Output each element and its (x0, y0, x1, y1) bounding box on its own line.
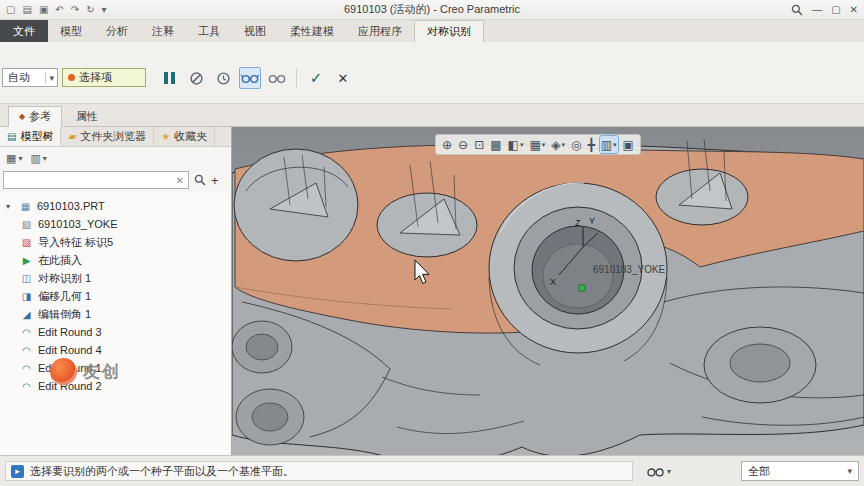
pause-button[interactable] (158, 67, 180, 89)
zoom-out-button[interactable]: ⊖ (457, 136, 469, 153)
find-button[interactable]: ▾ (647, 466, 671, 477)
ribbon-tab-6[interactable]: 柔性建模 (278, 20, 346, 42)
tree-search-input[interactable] (8, 174, 176, 186)
clear-search-icon[interactable]: ✕ (176, 175, 184, 186)
ribbon-tab-5[interactable]: 视图 (232, 20, 278, 42)
collector-label: 选择项 (79, 70, 112, 85)
ribbon-tab-4[interactable]: 工具 (186, 20, 232, 42)
pause-bar-icon (164, 72, 168, 84)
panel-tab-1[interactable]: ▰文件夹浏览器 (61, 127, 154, 146)
repaint-button[interactable]: ▩ (489, 136, 502, 153)
ok-button[interactable]: ✓ (305, 67, 327, 89)
tree-item-label: 导入特征 标识5 (38, 235, 113, 250)
quick-access-customize-button[interactable]: ▾ (102, 4, 107, 15)
selection-filter-dropdown[interactable]: 全部 ▾ (741, 461, 859, 481)
reference-collector[interactable]: 选择项 (62, 68, 146, 87)
chevron-down-icon[interactable]: ▾ (667, 467, 671, 476)
watermark: 友创 (50, 358, 121, 385)
viewport-toolbar: ⊕⊖⊡▩◧▾▦▾◈▾◎╋▥▾▣ (435, 134, 641, 155)
tree-item[interactable]: ◠Edit Round 3 (0, 323, 230, 341)
ribbon-tab-8[interactable]: 对称识别 (414, 20, 484, 42)
tree-item-label: Edit Round 3 (38, 326, 102, 338)
watermark-text: 友创 (83, 360, 121, 383)
graphics-toolbar-button[interactable]: ▥▾ (600, 136, 618, 153)
panel-tab-label: 收藏夹 (174, 129, 207, 144)
tree-item[interactable]: ◫对称识别 1 (0, 269, 230, 287)
panel-tab-2[interactable]: ★收藏夹 (154, 127, 215, 146)
display-style-icon: ◧ (508, 138, 519, 152)
tree-item[interactable]: ▨导入特征 标识5 (0, 233, 230, 251)
tree-item-label: 6910103_YOKE (38, 218, 118, 230)
save-button[interactable]: ▣ (39, 4, 48, 15)
command-search-icon[interactable] (791, 4, 803, 16)
insert-here-icon: ▶ (20, 255, 33, 266)
maximize-button[interactable]: ▢ (831, 4, 840, 15)
new-file-button[interactable]: ▢ (6, 4, 15, 15)
more-button[interactable]: ▣ (622, 136, 635, 153)
csys-origin-marker[interactable] (579, 285, 585, 291)
undo-button[interactable]: ↶ (55, 4, 63, 15)
tab-references[interactable]: ◆ 参考 (8, 106, 62, 127)
left-bore2-hole (252, 403, 288, 431)
statusbar: ▸ 选择要识别的两个或一个种子平面以及一个基准平面。 ▾ 全部 ▾ (0, 455, 864, 486)
datum-display-button[interactable]: ◈▾ (550, 136, 566, 153)
ribbon-tab-7[interactable]: 应用程序 (346, 20, 414, 42)
panel-tab-0[interactable]: ▤模型树 (0, 127, 61, 146)
properties-tab-label: 属性 (76, 106, 98, 127)
direction-dropdown-value: 自动 (8, 70, 30, 85)
watermark-logo-icon (50, 358, 77, 385)
zoom-in-button[interactable]: ⊕ (441, 136, 453, 153)
redo-button[interactable]: ↷ (71, 4, 79, 15)
tree-item-label: 偏移几何 1 (38, 289, 91, 304)
tree-search-button[interactable] (194, 174, 206, 186)
tree-search-row: ✕ + (0, 169, 231, 191)
chevron-down-icon[interactable]: ▾ (45, 73, 57, 83)
regenerate-button[interactable]: ↻ (86, 4, 94, 15)
ribbon-tab-bar: 文件模型分析注释工具视图柔性建模应用程序对称识别 (0, 20, 864, 42)
open-file-button[interactable]: ▤ (22, 4, 31, 15)
annotation-icon: ◎ (571, 138, 581, 152)
right-boss-top (730, 344, 790, 382)
add-filter-button[interactable]: + (211, 173, 219, 188)
ribbon-tab-0[interactable]: 文件 (0, 20, 48, 42)
verify-button[interactable] (212, 67, 234, 89)
tree-item[interactable]: ◢编辑倒角 1 (0, 305, 230, 323)
model-canvas[interactable]: Z Y X 6910103_YOKE (232, 127, 864, 455)
part-icon: ▦ (19, 201, 32, 212)
quick-access-toolbar: ▢▤▣↶↷↻▾ (6, 4, 107, 15)
graphics-viewport[interactable]: Z Y X 6910103_YOKE ⊕⊖⊡▩◧▾▦▾◈▾◎╋▥▾▣ (232, 127, 864, 455)
tree-item[interactable]: ▾▦6910103.PRT (0, 197, 230, 215)
ribbon-tab-2[interactable]: 分析 (94, 20, 140, 42)
annotation-display-button[interactable]: ◎ (570, 136, 582, 153)
ribbon-tab-1[interactable]: 模型 (48, 20, 94, 42)
refit-button[interactable]: ⊡ (473, 136, 485, 153)
model-tree-list: ▾▦6910103.PRT▧6910103_YOKE▨导入特征 标识5▶在此插入… (0, 193, 230, 455)
spin-center-button[interactable]: ╋ (586, 136, 595, 153)
csys-label[interactable]: 6910103_YOKE (593, 264, 666, 275)
close-button[interactable]: ✕ (850, 4, 858, 15)
preview-on-button[interactable] (239, 67, 261, 89)
tree-item[interactable]: ▶在此插入 (0, 251, 230, 269)
no-preview-button[interactable] (185, 67, 207, 89)
model-tree-toolbar: ▦ ▾ ▥ ▾ (0, 147, 231, 169)
tab-properties[interactable]: 属性 (66, 106, 108, 127)
display-style-button[interactable]: ◧▾ (507, 136, 525, 153)
tree-filter-button[interactable]: ▥ ▾ (30, 152, 46, 165)
glasses-icon (241, 72, 259, 84)
spin-center-icon: ╋ (587, 138, 594, 152)
tree-item[interactable]: ▧6910103_YOKE (0, 215, 230, 233)
no-preview-icon (189, 71, 204, 86)
direction-dropdown[interactable]: 自动 ▾ (2, 68, 58, 87)
ribbon-tab-3[interactable]: 注释 (140, 20, 186, 42)
cancel-button[interactable]: ✕ (332, 67, 354, 89)
preview-options-button[interactable] (266, 67, 288, 89)
datum-display-icon: ◈ (551, 138, 560, 152)
chevron-down-icon: ▾ (613, 141, 617, 149)
tree-settings-button[interactable]: ▦ ▾ (6, 152, 22, 165)
tree-item[interactable]: ◠Edit Round 4 (0, 341, 230, 359)
saved-views-button[interactable]: ▦▾ (528, 136, 546, 153)
expand-caret-icon[interactable]: ▾ (6, 202, 14, 211)
minimize-button[interactable]: — (812, 4, 822, 15)
symmetry-dashboard: 自动 ▾ 选择项 ✓ ✕ (0, 42, 864, 104)
tree-item[interactable]: ◨偏移几何 1 (0, 287, 230, 305)
